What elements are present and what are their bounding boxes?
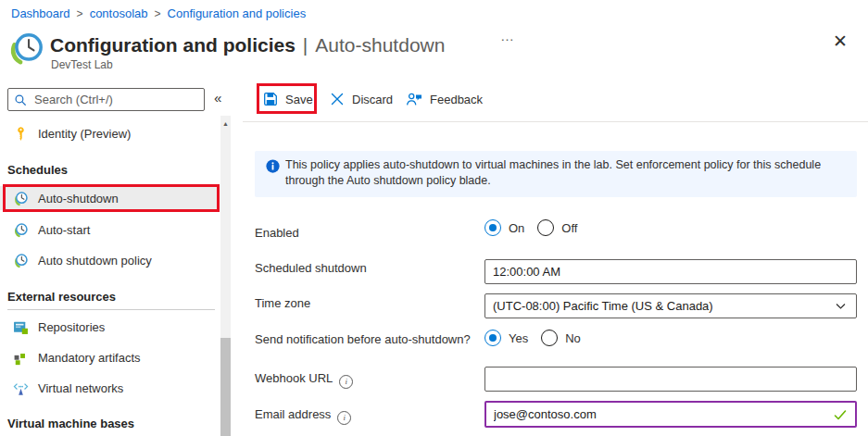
feedback-icon <box>406 92 422 106</box>
sidebar-item-label: Auto shutdown policy <box>38 254 152 268</box>
info-banner: This policy applies auto-shutdown to vir… <box>255 151 857 197</box>
time-zone-select[interactable]: (UTC-08:00) Pacific Time (US & Canada) <box>484 293 857 318</box>
webhook-url-label: Webhook URLi <box>255 371 353 389</box>
sidebar-section-vm-bases: Virtual machine bases <box>7 417 134 430</box>
scrollbar-thumb[interactable] <box>220 338 231 436</box>
sidebar-divider <box>7 309 215 310</box>
toolbar-divider <box>243 121 868 122</box>
discard-button[interactable]: Discard <box>330 87 393 111</box>
sidebar-item-label: Virtual networks <box>38 381 123 395</box>
key-icon <box>13 126 29 142</box>
breadcrumb-link-dashboard[interactable]: Dashboard <box>11 6 70 20</box>
email-valid-check-icon <box>833 407 848 422</box>
save-button[interactable]: Save <box>263 87 313 111</box>
discard-icon <box>330 92 345 106</box>
enabled-on-label[interactable]: On <box>509 221 524 235</box>
clock-icon <box>13 191 29 206</box>
sidebar-item-label: Auto-start <box>38 223 90 237</box>
notification-yes-radio[interactable] <box>484 330 501 346</box>
notification-no-radio[interactable] <box>541 330 558 346</box>
info-icon <box>266 159 280 173</box>
enabled-label: Enabled <box>255 226 299 240</box>
clock-icon <box>13 253 29 268</box>
sidebar-item-identity[interactable]: Identity (Preview) <box>0 121 219 145</box>
save-icon <box>263 92 278 106</box>
sidebar-search <box>7 88 205 111</box>
sidebar-item-virtual-networks[interactable]: Virtual networks <box>0 376 219 400</box>
send-notification-label: Send notification before auto-shutdown? <box>255 332 471 346</box>
repositories-icon <box>13 319 29 335</box>
webhook-info-icon[interactable]: i <box>339 375 353 389</box>
devtest-lab-icon <box>7 31 45 69</box>
sidebar-item-label: Auto-shutdown <box>38 192 119 206</box>
artifacts-icon <box>13 350 29 366</box>
send-notification-radio-group: Yes No <box>484 330 594 346</box>
breadcrumb-link-configuration[interactable]: Configuration and policies <box>168 6 307 20</box>
sidebar-item-mandatory-artifacts[interactable]: Mandatory artifacts <box>0 345 219 369</box>
clock-icon <box>13 222 29 238</box>
email-info-icon[interactable]: i <box>337 411 351 425</box>
sidebar-scrollbar[interactable]: ▲ <box>220 116 231 436</box>
page-title-divider: | <box>303 34 308 56</box>
save-button-label: Save <box>285 93 313 106</box>
time-zone-label: Time zone <box>255 296 310 310</box>
time-zone-value: (UTC-08:00) Pacific Time (US & Canada) <box>493 299 713 313</box>
virtual-network-icon <box>13 380 29 396</box>
sidebar-item-auto-start[interactable]: Auto-start <box>0 218 219 242</box>
page-title-main: Configuration and policies <box>50 34 296 56</box>
sidebar-section-schedules: Schedules <box>7 163 68 177</box>
resource-type-label: DevTest Lab <box>51 58 113 71</box>
more-options-icon[interactable]: … <box>500 28 515 44</box>
notification-no-label[interactable]: No <box>565 331 581 345</box>
scrollbar-up-icon[interactable]: ▲ <box>220 116 231 131</box>
sidebar-item-repositories[interactable]: Repositories <box>0 315 219 339</box>
sidebar-item-label: Identity (Preview) <box>38 127 131 141</box>
scheduled-shutdown-label: Scheduled shutdown <box>255 261 367 275</box>
search-icon <box>14 93 27 106</box>
close-icon[interactable]: ✕ <box>833 32 848 50</box>
sidebar-item-label: Repositories <box>38 320 105 334</box>
notification-yes-label[interactable]: Yes <box>509 331 528 345</box>
enabled-off-radio[interactable] <box>537 219 554 236</box>
breadcrumb-separator: > <box>155 7 161 20</box>
chevron-down-icon <box>835 300 847 312</box>
search-input[interactable] <box>32 92 198 107</box>
sidebar-item-label: Mandatory artifacts <box>38 351 141 365</box>
scheduled-shutdown-input[interactable] <box>484 259 857 284</box>
email-address-input[interactable] <box>484 401 857 428</box>
breadcrumb: Dashboard>contosolab>Configuration and p… <box>11 6 306 20</box>
sidebar-item-auto-shutdown-policy[interactable]: Auto shutdown policy <box>0 248 219 272</box>
azure-portal-blade: Dashboard>contosolab>Configuration and p… <box>0 0 868 436</box>
email-address-label: Email addressi <box>255 407 351 425</box>
enabled-on-radio[interactable] <box>484 219 501 236</box>
sidebar-collapse-icon[interactable]: « <box>214 90 221 106</box>
page-title-blade: Auto-shutdown <box>315 34 445 56</box>
breadcrumb-link-contosolab[interactable]: contosolab <box>90 6 148 20</box>
discard-button-label: Discard <box>352 93 393 106</box>
feedback-button-label: Feedback <box>430 93 483 106</box>
email-address-label-text: Email address <box>255 407 331 421</box>
info-banner-text: This policy applies auto-shutdown to vir… <box>285 157 845 189</box>
feedback-button[interactable]: Feedback <box>406 87 483 111</box>
enabled-radio-group: On Off <box>484 219 590 236</box>
page-title: Configuration and policies|Auto-shutdown <box>50 32 445 57</box>
webhook-url-input[interactable] <box>484 367 857 392</box>
breadcrumb-separator: > <box>77 7 83 20</box>
webhook-url-label-text: Webhook URL <box>255 371 333 385</box>
sidebar-item-auto-shutdown[interactable]: Auto-shutdown <box>0 186 219 210</box>
enabled-off-label[interactable]: Off <box>561 221 577 235</box>
sidebar-section-external-resources: External resources <box>7 290 116 304</box>
